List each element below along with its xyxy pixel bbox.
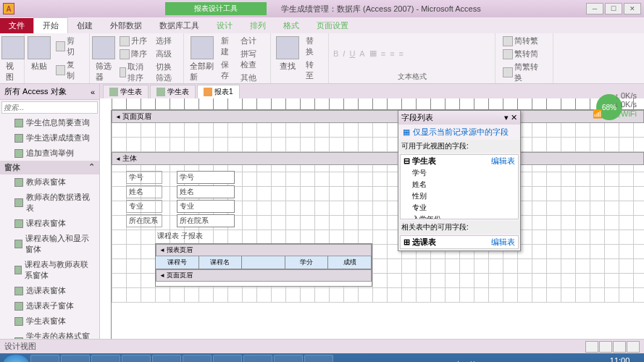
taskbar-ppt[interactable]: [243, 355, 272, 362]
more-button[interactable]: 其他: [238, 72, 266, 84]
refresh-button[interactable]: 全部刷新: [188, 35, 215, 84]
clear-sort-button[interactable]: 取消排序: [117, 61, 151, 84]
field-tree-field[interactable]: 姓名: [401, 179, 518, 190]
copy-button[interactable]: 复制: [53, 59, 85, 82]
subreport-column-header[interactable]: [242, 256, 285, 269]
advanced-button[interactable]: 高级: [153, 48, 179, 60]
view-design-button[interactable]: [627, 341, 640, 353]
new-button[interactable]: 新建: [218, 35, 235, 58]
nav-form-item[interactable]: 课程表输入和显示窗体: [0, 231, 99, 257]
sort-desc-button[interactable]: 降序: [117, 48, 151, 60]
field-list-pane[interactable]: 字段列表 ▾ ✕ ▦ 仅显示当前记录源中的字段 可用于此视图的字段: ⊟ 学生表…: [398, 110, 521, 251]
field-tree-field[interactable]: 学号: [401, 167, 518, 179]
page-header-bar[interactable]: 页面页眉: [112, 110, 644, 123]
totals-button[interactable]: 合计: [238, 35, 266, 47]
view-preview-button[interactable]: [599, 341, 612, 353]
label-zy[interactable]: 专业: [126, 200, 162, 213]
tab-create[interactable]: 创建: [68, 18, 101, 33]
nav-form-item[interactable]: 选课表窗体: [0, 283, 99, 298]
field-tree-table[interactable]: ⊟ 学生表编辑表: [401, 155, 518, 167]
spelling-button[interactable]: 拼写检查: [238, 48, 266, 71]
subreport-column-header[interactable]: 课程名: [199, 256, 243, 269]
close-button[interactable]: ✕: [624, 3, 641, 14]
field-xm[interactable]: 姓名: [177, 185, 235, 198]
nav-form-item[interactable]: 教师表窗体: [0, 174, 99, 190]
label-xm[interactable]: 姓名: [126, 185, 162, 198]
body-section-bar[interactable]: 主体: [112, 152, 644, 165]
field-tree-field[interactable]: 专业: [401, 202, 518, 214]
tab-pagesetup[interactable]: 页面设置: [308, 18, 357, 33]
tab-design[interactable]: 设计: [208, 18, 241, 33]
find-button[interactable]: 查找: [275, 35, 300, 73]
taskbar-folder[interactable]: [91, 355, 120, 362]
label-yx[interactable]: 所在院系: [126, 214, 162, 227]
start-button[interactable]: [3, 355, 29, 362]
show-current-source-link[interactable]: ▦ 仅显示当前记录源中的字段: [398, 125, 520, 140]
replace-button[interactable]: 替换: [303, 35, 324, 58]
label-xh[interactable]: 学号: [126, 171, 162, 184]
filter-button[interactable]: 筛选器: [94, 35, 114, 84]
field-yx[interactable]: 所在院系: [177, 214, 235, 227]
nav-query-item[interactable]: 追加查询举例: [0, 146, 99, 161]
toggle-filter-button[interactable]: 切换筛选: [153, 61, 179, 84]
subreport-control[interactable]: 报表页眉 课程号课程名学分成绩 页面页眉: [155, 243, 372, 287]
view-layout-button[interactable]: [613, 341, 626, 353]
taskbar-chrome[interactable]: [213, 355, 242, 362]
nav-query-item[interactable]: 学生信息简要查询: [0, 115, 99, 130]
nav-form-item[interactable]: 教师表的数据透视表: [0, 190, 99, 216]
view-report-button[interactable]: [585, 341, 598, 353]
tab-home[interactable]: 开始: [33, 17, 68, 33]
forms-group-header[interactable]: 窗体⌃: [0, 161, 99, 174]
taskbar-explorer[interactable]: [30, 355, 59, 362]
restore-button[interactable]: ☐: [605, 3, 622, 14]
field-list-close-icon[interactable]: ✕: [511, 113, 517, 122]
save-button[interactable]: 保存: [218, 59, 235, 82]
paste-button[interactable]: 粘贴: [29, 35, 50, 73]
navpane-collapse-icon[interactable]: «: [91, 88, 95, 96]
cn-convert-button[interactable]: 简繁转换: [500, 61, 548, 84]
subreport-label[interactable]: 课程表 子报表: [155, 230, 220, 242]
taskbar-qq[interactable]: [183, 355, 212, 362]
field-list-pin-icon[interactable]: ▾: [504, 113, 509, 122]
field-zy[interactable]: 专业: [177, 200, 235, 213]
nav-form-item[interactable]: 课程表窗体: [0, 216, 99, 231]
taskbar-ie[interactable]: [61, 355, 90, 362]
edit-table-link[interactable]: 编辑表: [491, 156, 515, 167]
edit-related-table-link[interactable]: 编辑表: [491, 237, 515, 248]
file-tab[interactable]: 文件: [0, 18, 33, 33]
sub-page-header[interactable]: 页面页眉: [156, 269, 372, 282]
search-input[interactable]: [1, 101, 98, 114]
taskbar-access[interactable]: [304, 355, 333, 362]
taskbar-app1[interactable]: [122, 355, 151, 362]
tab-dbtools[interactable]: 数据库工具: [151, 18, 208, 33]
nav-form-item[interactable]: 选课表子窗体: [0, 298, 99, 313]
sub-report-header[interactable]: 报表页眉: [156, 244, 372, 256]
minimize-button[interactable]: ─: [586, 3, 603, 14]
tab-format[interactable]: 格式: [275, 18, 308, 33]
field-tree-field[interactable]: 性别: [401, 190, 518, 202]
field-tree-field[interactable]: 入学年份: [401, 214, 518, 219]
cut-button[interactable]: 剪切: [53, 35, 85, 58]
taskbar-app2[interactable]: [152, 355, 181, 362]
view-button[interactable]: 视图: [4, 35, 22, 84]
selection-button[interactable]: 选择: [153, 35, 179, 47]
nav-query-item[interactable]: 学生选课成绩查询: [0, 130, 99, 146]
subreport-column-header[interactable]: 学分: [285, 256, 329, 269]
nav-form-item[interactable]: 学生表窗体: [0, 313, 99, 329]
document-tab[interactable]: 学生表: [103, 85, 149, 98]
s2t-button[interactable]: 简转繁: [500, 35, 548, 47]
nav-form-item[interactable]: 学生表的表格式窗体: [0, 329, 99, 339]
goto-button[interactable]: 转至: [303, 59, 324, 82]
nav-form-item[interactable]: 课程表与教师表联系窗体: [0, 257, 99, 283]
taskbar-clock[interactable]: 11:00 2015/1/9: [598, 356, 641, 362]
tab-external[interactable]: 外部数据: [101, 18, 151, 33]
taskbar-word[interactable]: [274, 355, 303, 362]
sort-asc-button[interactable]: 升序: [117, 35, 151, 47]
t2s-button[interactable]: 繁转简: [500, 48, 548, 60]
related-table-node[interactable]: ⊞ 选课表 编辑表: [401, 236, 518, 248]
subreport-column-header[interactable]: 成绩: [328, 256, 372, 269]
document-tab[interactable]: 报表1: [197, 85, 240, 98]
subreport-column-header[interactable]: 课程号: [156, 256, 199, 269]
document-tab[interactable]: 学生表: [150, 85, 196, 98]
field-xh[interactable]: 学号: [177, 171, 235, 184]
